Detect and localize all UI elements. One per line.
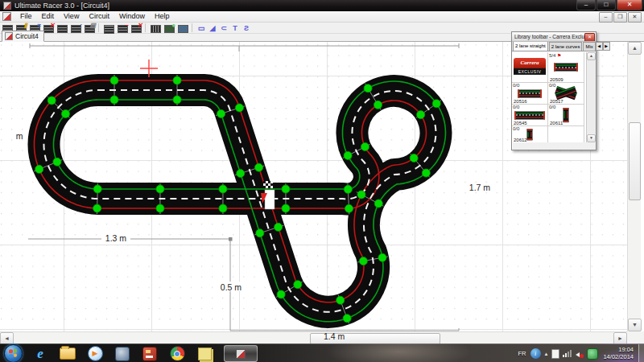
maximize-button[interactable]: □ xyxy=(597,0,616,10)
tray-info-icon[interactable]: i xyxy=(530,348,541,359)
wide-straight-icon[interactable] xyxy=(102,23,115,34)
show-desktop-button[interactable] xyxy=(638,344,644,362)
start-finish-piece[interactable] xyxy=(265,190,275,209)
joint-handle-dot[interactable] xyxy=(343,315,351,323)
hidden-icons-chevron[interactable]: ▲ xyxy=(544,352,549,356)
tabs-scroll-left-icon[interactable]: ◀ xyxy=(596,42,603,51)
taskbar-clock[interactable]: 19:04 14/02/2014 xyxy=(603,347,634,360)
joint-handle-dot[interactable] xyxy=(422,169,430,177)
joint-handle-dot[interactable] xyxy=(156,185,164,193)
open-contour-icon[interactable]: ⊂ xyxy=(219,23,229,33)
internet-explorer-icon[interactable]: e xyxy=(31,346,50,362)
joint-handle-dot[interactable] xyxy=(417,111,425,119)
straight-piece-icon[interactable] xyxy=(56,23,68,34)
joint-handle-dot[interactable] xyxy=(93,185,101,193)
library-close-button[interactable]: ✕ xyxy=(584,33,595,42)
joint-handle-dot[interactable] xyxy=(93,204,101,212)
render-3d-icon[interactable] xyxy=(176,23,189,34)
vertical-scrollbar[interactable]: ▲ ▼ xyxy=(627,42,641,331)
scroll-down-button[interactable]: ▼ xyxy=(628,319,642,331)
joint-handle-dot[interactable] xyxy=(61,110,69,118)
library-title-bar[interactable]: Library toolbar - Carrera Exclusiv... ✕ xyxy=(512,32,596,42)
joint-handle-dot[interactable] xyxy=(344,185,352,193)
select-rect-icon[interactable]: ▭ xyxy=(196,23,206,33)
mdi-restore-button[interactable]: ❐ xyxy=(613,12,627,23)
joint-handle-dot[interactable] xyxy=(47,97,56,105)
chrome-icon[interactable] xyxy=(167,346,187,362)
volume-muted-icon[interactable] xyxy=(576,350,584,358)
joint-handle-dot[interactable] xyxy=(344,151,352,159)
language-indicator[interactable]: FR xyxy=(518,350,526,357)
library-item-20517[interactable]: 0/0 20517 xyxy=(548,83,584,105)
joint-handle-dot[interactable] xyxy=(110,76,118,84)
start-orb[interactable] xyxy=(4,344,23,362)
text-tool-icon[interactable]: T xyxy=(230,23,240,33)
library-scroll-down-icon[interactable]: ▼ xyxy=(587,134,596,142)
horizontal-scrollbar[interactable]: ◄ ► xyxy=(0,331,627,344)
menu-view[interactable]: View xyxy=(59,11,84,22)
explorer-folder-icon[interactable] xyxy=(58,346,77,362)
joint-handle-dot[interactable] xyxy=(282,185,290,193)
antivirus-icon[interactable] xyxy=(587,348,598,360)
menu-edit[interactable]: Edit xyxy=(37,11,60,22)
joint-handle-dot[interactable] xyxy=(173,76,181,84)
library-toolbar-window[interactable]: Library toolbar - Carrera Exclusiv... ✕ … xyxy=(511,31,597,150)
menu-file[interactable]: File xyxy=(15,11,37,22)
joint-handle-dot[interactable] xyxy=(294,281,302,289)
joint-handle-dot[interactable] xyxy=(53,158,61,166)
mdi-close-button[interactable]: ✕ xyxy=(628,12,642,23)
network-signal-icon[interactable] xyxy=(563,350,572,357)
menu-circuit[interactable]: Circuit xyxy=(84,11,114,22)
remove-piece-icon[interactable]: ✕ xyxy=(130,23,142,34)
joint-handle-dot[interactable] xyxy=(378,253,386,261)
joint-handle-dot[interactable] xyxy=(282,204,290,212)
junction-piece-icon[interactable]: : xyxy=(69,23,82,34)
action-center-icon[interactable] xyxy=(551,349,559,359)
library-item-20611[interactable]: 0/0 20611 xyxy=(548,105,584,126)
joint-handle-dot[interactable] xyxy=(237,170,245,178)
tab-circuit4[interactable]: Circuit4 xyxy=(2,31,44,42)
menu-window[interactable]: Window xyxy=(114,11,150,22)
joint-handle-dot[interactable] xyxy=(277,290,285,298)
curve-tool-icon[interactable]: Ƨ xyxy=(242,23,251,33)
vertical-scroll-thumb[interactable] xyxy=(629,122,641,200)
close-button[interactable]: ✕ xyxy=(617,0,642,10)
joint-handle-dot[interactable] xyxy=(35,165,43,173)
media-player-icon[interactable]: ▶ xyxy=(85,346,105,362)
columns-view-icon[interactable] xyxy=(149,23,162,34)
joint-handle-dot[interactable] xyxy=(156,204,164,212)
joint-handle-dot[interactable] xyxy=(256,229,264,237)
mdi-minimize-button[interactable]: – xyxy=(599,12,613,23)
joint-handle-dot[interactable] xyxy=(235,104,243,112)
library-item-20612[interactable]: 0/0 20612 xyxy=(512,126,548,142)
joint-handle-dot[interactable] xyxy=(432,100,440,108)
joint-handle-dot[interactable] xyxy=(110,96,118,104)
library-tab-straight[interactable]: 2 lane straight xyxy=(513,41,548,51)
joint-handle-dot[interactable] xyxy=(336,296,345,304)
red-app-icon[interactable] xyxy=(140,346,159,362)
menu-help[interactable]: Help xyxy=(150,11,175,22)
blue-app-icon[interactable] xyxy=(113,346,132,362)
library-tab-curves[interactable]: 2 lane curves xyxy=(549,42,583,51)
scroll-up-button[interactable]: ▲ xyxy=(628,42,642,55)
joint-handle-dot[interactable] xyxy=(357,191,365,199)
sticky-notes-icon[interactable] xyxy=(195,346,214,362)
joint-handle-dot[interactable] xyxy=(361,142,369,150)
library-scroll-up-icon[interactable]: ▲ xyxy=(587,52,596,60)
joint-handle-dot[interactable] xyxy=(364,84,372,93)
joint-handle-dot[interactable] xyxy=(410,154,418,162)
select-corner-icon[interactable]: ◢ xyxy=(208,23,217,33)
joint-handle-dot[interactable] xyxy=(219,204,227,212)
library-scrollbar[interactable]: ▲ ▼ xyxy=(586,52,596,142)
joint-handle-dot[interactable] xyxy=(359,257,367,265)
library-item-20516[interactable]: 0/0 20516 xyxy=(512,83,548,105)
library-item-20545[interactable]: 0/0 20545 xyxy=(512,105,548,126)
snapshot-icon[interactable]: ● xyxy=(163,23,175,34)
joint-handle-dot[interactable] xyxy=(374,200,382,208)
library-tab-mix[interactable]: Mix xyxy=(583,42,595,51)
joint-handle-dot[interactable] xyxy=(374,101,382,109)
joint-handle-dot[interactable] xyxy=(345,204,353,212)
joint-handle-dot[interactable] xyxy=(255,163,263,171)
red-line-piece-icon[interactable]: − xyxy=(116,23,129,34)
joint-handle-dot[interactable] xyxy=(219,185,227,193)
